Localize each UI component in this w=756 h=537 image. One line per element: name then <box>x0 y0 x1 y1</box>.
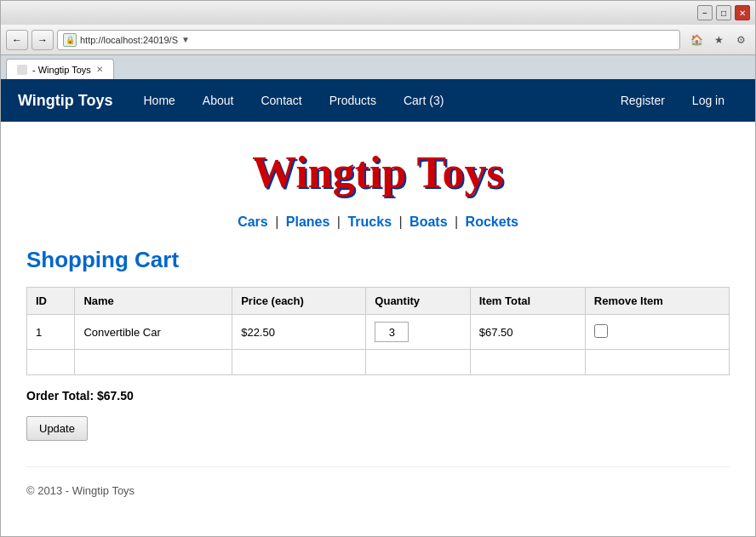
empty-cell-4 <box>366 350 470 375</box>
category-trucks[interactable]: Trucks <box>347 214 392 229</box>
col-name: Name <box>75 288 232 315</box>
cell-total: $67.50 <box>470 315 585 350</box>
nav-contact[interactable]: Contact <box>247 79 315 122</box>
cell-id: 1 <box>27 315 75 350</box>
browser-nav-icons: 🏠 ★ ⚙ <box>687 31 750 49</box>
cell-price: $22.50 <box>232 315 366 350</box>
table-header-row: ID Name Price (each) Quantity Item Total… <box>27 288 730 315</box>
cart-title: Shopping Cart <box>26 247 730 273</box>
quantity-input[interactable] <box>375 322 409 342</box>
footer-text: © 2013 - Wingtip Toys <box>26 484 135 497</box>
security-icon: 🔒 <box>63 33 77 47</box>
nav-cart[interactable]: Cart (3) <box>390 79 457 122</box>
browser-window: − □ ✕ ← → 🔒 http://localhost:24019/S ▼ 🏠… <box>0 0 756 537</box>
top-navigation: Wingtip Toys Home About Contact Products… <box>1 79 755 122</box>
home-icon[interactable]: 🏠 <box>687 31 706 49</box>
nav-home[interactable]: Home <box>130 79 189 122</box>
close-button[interactable]: ✕ <box>735 5 750 20</box>
site-title: Wingtip Toys <box>18 92 113 110</box>
page-logo: Wingtip Toys <box>26 147 730 197</box>
nav-login[interactable]: Log in <box>679 79 738 122</box>
sep-3: | <box>398 214 402 229</box>
logo-text: Wingtip Toys <box>252 147 503 197</box>
settings-icon[interactable]: ⚙ <box>731 31 750 49</box>
tab-bar: - Wingtip Toys ✕ <box>1 55 755 79</box>
remove-checkbox[interactable] <box>594 324 608 338</box>
browser-navbar: ← → 🔒 http://localhost:24019/S ▼ 🏠 ★ ⚙ <box>1 25 755 55</box>
nav-links: Home About Contact Products Cart (3) <box>130 79 607 122</box>
footer: © 2013 - Wingtip Toys <box>26 466 730 506</box>
category-cars[interactable]: Cars <box>238 214 268 229</box>
col-quantity: Quantity <box>366 288 470 315</box>
cell-remove <box>585 315 729 350</box>
nav-right-links: Register Log in <box>607 79 738 122</box>
empty-cell-1 <box>27 350 75 375</box>
title-bar: − □ ✕ <box>1 1 755 25</box>
address-text: http://localhost:24019/S <box>80 35 178 45</box>
empty-cell-3 <box>232 350 366 375</box>
table-empty-row <box>27 350 730 375</box>
favorites-icon[interactable]: ★ <box>709 31 728 49</box>
category-boats[interactable]: Boats <box>410 214 447 229</box>
nav-about[interactable]: About <box>189 79 248 122</box>
update-button[interactable]: Update <box>26 416 88 441</box>
address-bar[interactable]: 🔒 http://localhost:24019/S ▼ <box>57 30 680 50</box>
nav-products[interactable]: Products <box>316 79 390 122</box>
col-id: ID <box>27 288 75 315</box>
maximize-button[interactable]: □ <box>716 5 731 20</box>
table-row: 1 Convertible Car $22.50 $67.50 <box>27 315 730 350</box>
sep-4: | <box>455 214 458 229</box>
address-dropdown[interactable]: ▼ <box>181 35 190 44</box>
order-total: Order Total: $67.50 <box>26 389 730 403</box>
minimize-button[interactable]: − <box>697 5 713 20</box>
category-links: Cars | Planes | Trucks | Boats | Rockets <box>26 214 730 230</box>
back-button[interactable]: ← <box>6 30 28 50</box>
forward-button[interactable]: → <box>32 30 54 50</box>
col-price: Price (each) <box>232 288 366 315</box>
empty-cell-6 <box>585 350 729 375</box>
col-remove: Remove Item <box>585 288 729 315</box>
tab-close-button[interactable]: ✕ <box>96 65 103 74</box>
empty-cell-2 <box>75 350 232 375</box>
sep-2: | <box>337 214 341 229</box>
nav-register[interactable]: Register <box>607 79 679 122</box>
cart-table: ID Name Price (each) Quantity Item Total… <box>26 287 730 375</box>
tab-title: - Wingtip Toys <box>32 65 91 75</box>
tab-favicon <box>17 65 27 75</box>
empty-cell-5 <box>470 350 585 375</box>
main-area: Wingtip Toys Cars | Planes | Trucks | Bo… <box>1 122 755 523</box>
category-rockets[interactable]: Rockets <box>466 214 518 229</box>
cell-quantity <box>366 315 470 350</box>
sep-1: | <box>275 214 278 229</box>
cell-name: Convertible Car <box>75 315 232 350</box>
page-content: Wingtip Toys Home About Contact Products… <box>1 79 755 536</box>
active-tab[interactable]: - Wingtip Toys ✕ <box>6 59 114 79</box>
col-item-total: Item Total <box>470 288 585 315</box>
category-planes[interactable]: Planes <box>286 214 330 229</box>
